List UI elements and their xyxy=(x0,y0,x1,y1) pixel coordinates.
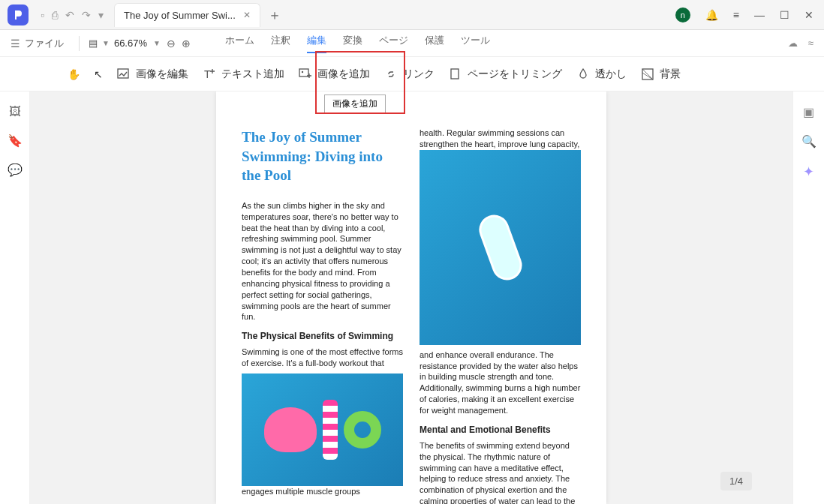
link-button[interactable]: リンク xyxy=(383,67,435,82)
paragraph: health. Regular swimming sessions can st… xyxy=(420,128,581,150)
bookmark-icon[interactable]: 🔖 xyxy=(8,134,23,148)
paragraph: Swimming is one of the most effective fo… xyxy=(242,346,403,369)
zoom-out-icon[interactable]: ⊖ xyxy=(167,38,176,50)
tab-convert[interactable]: 変換 xyxy=(343,34,362,53)
section-heading: The Physical Benefits of Swimming xyxy=(242,330,403,342)
app-logo[interactable] xyxy=(8,4,29,26)
watermark-label: 透かし xyxy=(595,68,627,81)
document-canvas[interactable]: The Joy of Summer Swimming: Diving into … xyxy=(30,92,792,504)
close-tab-icon[interactable]: ✕ xyxy=(243,10,251,20)
background-icon xyxy=(640,67,655,82)
separator xyxy=(79,36,80,51)
background-label: 背景 xyxy=(660,68,681,81)
maximize-icon[interactable]: ☐ xyxy=(780,9,789,21)
tab-edit[interactable]: 編集 xyxy=(307,34,326,53)
user-avatar[interactable]: n xyxy=(675,8,690,22)
add-image-button[interactable]: 画像を追加 xyxy=(298,67,370,82)
svg-point-3 xyxy=(302,70,303,72)
comment-icon[interactable]: 💬 xyxy=(8,163,23,177)
page: The Joy of Summer Swimming: Diving into … xyxy=(216,92,606,504)
file-menu[interactable]: ファイル xyxy=(25,37,64,50)
trim-page-button[interactable]: ページをトリミング xyxy=(448,67,562,82)
edit-image-button[interactable]: 画像を編集 xyxy=(116,67,188,82)
page-indicator[interactable]: 1/4 xyxy=(720,472,752,490)
tab-page[interactable]: ページ xyxy=(379,34,408,53)
add-text-label: テキスト追加 xyxy=(221,68,284,81)
watermark-button[interactable]: 透かし xyxy=(576,67,627,82)
tab-home[interactable]: ホーム xyxy=(225,34,254,53)
document-title: The Joy of Summer Swimming: Diving into … xyxy=(242,128,403,185)
save-icon[interactable]: ▫ xyxy=(41,9,44,21)
add-image-label: 画像を追加 xyxy=(317,68,370,81)
link-label: リンク xyxy=(403,68,435,81)
print-icon[interactable]: ⎙ xyxy=(52,9,58,21)
stripe-shape xyxy=(323,400,338,460)
hamburger-icon[interactable]: ☰ xyxy=(11,38,20,50)
add-image-tooltip: 画像を追加 xyxy=(324,94,386,113)
add-image-icon xyxy=(298,67,313,82)
cloud-icon[interactable]: ☁ xyxy=(788,38,798,49)
tab-tool[interactable]: ツール xyxy=(461,34,490,53)
document-tab[interactable]: The Joy of Summer Swi... ✕ xyxy=(114,3,260,27)
watermark-icon xyxy=(576,67,591,82)
menu-icon[interactable]: ≡ xyxy=(733,9,739,21)
paragraph: and enhance overall endurance. The resis… xyxy=(420,350,581,416)
ring-shape xyxy=(344,411,381,448)
document-image-swimmer xyxy=(420,150,581,345)
float-shape xyxy=(474,211,525,284)
svg-rect-0 xyxy=(118,69,128,78)
chevron-down-icon[interactable]: ▼ xyxy=(153,39,161,47)
redo-icon[interactable]: ↷ xyxy=(82,9,91,21)
svg-text:T: T xyxy=(204,68,211,80)
background-button[interactable]: 背景 xyxy=(640,67,681,82)
notification-icon[interactable]: 🔔 xyxy=(705,9,718,21)
hand-tool-icon[interactable]: ✋ xyxy=(68,68,80,80)
tab-title: The Joy of Summer Swi... xyxy=(124,10,236,21)
tab-annotate[interactable]: 注釈 xyxy=(271,34,290,53)
paragraph: The benefits of swimming extend beyond t… xyxy=(420,440,581,504)
trim-page-label: ページをトリミング xyxy=(468,68,562,81)
view-mode-icon[interactable]: ▤ xyxy=(89,38,98,49)
qat-more-icon[interactable]: ▾ xyxy=(98,9,104,21)
link-icon xyxy=(383,67,398,82)
add-text-icon: T xyxy=(202,67,217,82)
add-text-button[interactable]: T テキスト追加 xyxy=(202,67,284,82)
more-icon[interactable]: ≈ xyxy=(808,38,813,49)
select-tool-icon[interactable]: ↖ xyxy=(94,68,103,80)
close-window-icon[interactable]: ✕ xyxy=(804,9,813,21)
flamingo-shape xyxy=(264,407,317,452)
document-image-pool-toys xyxy=(242,374,403,486)
zoom-in-icon[interactable]: ⊕ xyxy=(182,38,191,50)
search-icon[interactable]: 🔍 xyxy=(801,134,816,148)
section-heading: Mental and Emotional Benefits xyxy=(420,424,581,436)
add-tab-button[interactable]: ＋ xyxy=(268,6,281,24)
thumbnails-icon[interactable]: 🖼 xyxy=(9,105,21,118)
chevron-down-icon[interactable]: ▼ xyxy=(102,39,110,47)
panel-icon[interactable]: ▣ xyxy=(803,105,814,119)
svg-rect-4 xyxy=(451,69,459,79)
ai-sparkle-icon[interactable]: ✦ xyxy=(803,164,814,180)
paragraph: As the sun climbs higher in the sky and … xyxy=(242,200,403,322)
crop-icon xyxy=(448,67,463,82)
paragraph: engages multiple muscle groups xyxy=(242,486,403,497)
edit-image-label: 画像を編集 xyxy=(136,68,188,81)
edit-image-icon xyxy=(116,67,131,82)
undo-icon[interactable]: ↶ xyxy=(65,9,74,21)
zoom-value[interactable]: 66.67% xyxy=(114,38,147,49)
minimize-icon[interactable]: — xyxy=(754,9,765,21)
tab-protect[interactable]: 保護 xyxy=(425,34,444,53)
